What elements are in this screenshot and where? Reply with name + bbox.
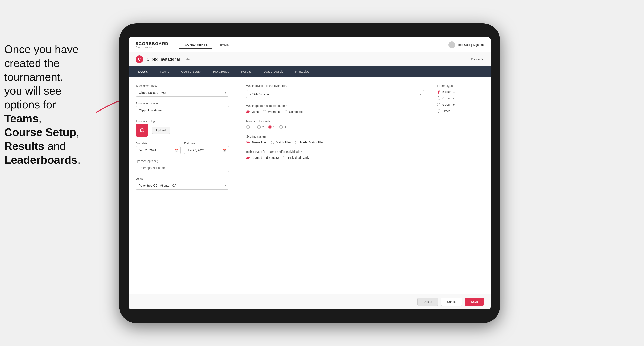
logo-title: SCOREBOARD (136, 41, 168, 46)
rounds-3-label[interactable]: 3 (274, 125, 275, 129)
scoring-stroke-label[interactable]: Stroke Play (251, 141, 267, 144)
rounds-1-label[interactable]: 1 (251, 125, 253, 129)
format-6count4-item: 6 count 4 (437, 97, 484, 100)
rounds-2-radio[interactable] (257, 125, 261, 129)
gender-womens-item: Womens (263, 110, 280, 114)
format-radio-group: 5 count 4 6 count 4 6 count 5 Other (437, 90, 484, 113)
end-date-label: End date (184, 142, 229, 145)
division-section: Which division is the event for? NCAA Di… (246, 84, 424, 98)
nav-teams[interactable]: TEAMS (214, 41, 233, 49)
format-5count4-item: 5 count 4 (437, 90, 484, 94)
gender-mens-label[interactable]: Mens (251, 110, 258, 114)
scoring-match-item: Match Play (271, 141, 291, 144)
tablet-shell: SCOREBOARD Powered by clippd TOURNAMENTS… (119, 23, 500, 323)
start-date-input[interactable] (136, 146, 181, 154)
tournament-logo-group: Tournament logo C Upload (136, 119, 229, 137)
tournament-logo-label: Tournament logo (136, 119, 229, 123)
content-columns: Tournament Host Clippd College - Men Tou… (136, 84, 484, 287)
rounds-1-radio[interactable] (246, 125, 250, 129)
user-info[interactable]: Test User | Sign out (458, 43, 484, 46)
tab-leaderboards[interactable]: Leaderboards (258, 66, 289, 77)
gender-radio-group: Mens Womens Combined (246, 110, 424, 114)
tournament-icon: C (136, 55, 143, 63)
end-date-input[interactable] (184, 146, 229, 154)
user-avatar (448, 41, 455, 48)
save-button[interactable]: Save (465, 298, 484, 306)
tab-printables[interactable]: Printables (289, 66, 316, 77)
tournament-name: Clippd Invitational (147, 57, 180, 62)
format-6count4-radio[interactable] (437, 97, 440, 100)
division-select-wrapper: NCAA Division III (246, 90, 424, 98)
rounds-2-item: 2 (257, 125, 264, 129)
rounds-3-item: 3 (268, 125, 275, 129)
nav-tournaments[interactable]: TOURNAMENTS (178, 41, 212, 49)
scoring-stroke-radio[interactable] (246, 141, 250, 144)
tournament-name-group: Tournament name (136, 102, 229, 114)
teams-plus-individuals-label[interactable]: Teams (+Individuals) (251, 156, 279, 160)
left-column: Tournament Host Clippd College - Men Tou… (136, 84, 238, 287)
format-6count4-label[interactable]: 6 count 4 (442, 97, 455, 100)
format-other-item: Other (437, 109, 484, 113)
tournament-name-label: Tournament name (136, 102, 229, 105)
tournament-host-group: Tournament Host Clippd College - Men (136, 84, 229, 97)
format-5count4-radio[interactable] (437, 90, 440, 94)
gender-combined-item: Combined (284, 110, 303, 114)
tab-teams[interactable]: Teams (154, 66, 175, 77)
delete-button[interactable]: Delete (417, 298, 438, 306)
scoring-medal-match-item: Medal Match Play (295, 141, 324, 144)
rounds-section: Number of rounds 1 2 (246, 119, 424, 129)
scoring-radio-group: Stroke Play Match Play Medal Match Play (246, 141, 424, 144)
scoring-medal-match-label[interactable]: Medal Match Play (300, 141, 324, 144)
rounds-4-radio[interactable] (279, 125, 283, 129)
individuals-only-label[interactable]: Individuals Only (288, 156, 309, 160)
gender-womens-label[interactable]: Womens (268, 110, 280, 114)
tournament-host-select-wrapper: Clippd College - Men (136, 89, 229, 97)
tournament-host-label: Tournament Host (136, 84, 229, 87)
format-6count5-label[interactable]: 6 count 5 (442, 103, 455, 106)
tab-course-setup[interactable]: Course Setup (175, 66, 207, 77)
gender-combined-radio[interactable] (284, 110, 287, 114)
scoring-medal-match-radio[interactable] (295, 141, 298, 144)
tab-details[interactable]: Details (132, 66, 154, 77)
gender-combined-label[interactable]: Combined (289, 110, 303, 114)
venue-select-wrapper: Peachtree GC - Atlanta - GA (136, 181, 229, 189)
scoring-match-radio[interactable] (271, 141, 274, 144)
right-column: Format type 5 count 4 6 count 4 6 cou (433, 84, 484, 287)
scoring-stroke-item: Stroke Play (246, 141, 267, 144)
instruction-text-content: Once you have created the tournament, yo… (4, 43, 80, 166)
tablet-screen: SCOREBOARD Powered by clippd TOURNAMENTS… (129, 37, 490, 309)
cancel-button[interactable]: Cancel (441, 298, 462, 306)
format-6count5-radio[interactable] (437, 103, 440, 106)
tab-bar: Details Teams Course Setup Tee Groups Re… (129, 66, 490, 77)
tournament-host-select[interactable]: Clippd College - Men (136, 89, 229, 97)
teams-plus-individuals-item: Teams (+Individuals) (246, 156, 279, 160)
logo-upload-area: C Upload (136, 124, 229, 137)
scoring-match-label[interactable]: Match Play (276, 141, 291, 144)
teams-radio-group: Teams (+Individuals) Individuals Only (246, 156, 424, 160)
top-nav: SCOREBOARD Powered by clippd TOURNAMENTS… (129, 37, 490, 52)
rounds-radio-group: 1 2 3 4 (246, 125, 424, 129)
format-other-label[interactable]: Other (442, 109, 450, 113)
venue-select[interactable]: Peachtree GC - Atlanta - GA (136, 181, 229, 189)
gender-mens-radio[interactable] (246, 110, 250, 114)
tab-results[interactable]: Results (235, 66, 258, 77)
teams-plus-individuals-radio[interactable] (246, 156, 250, 160)
sponsor-input[interactable] (136, 164, 229, 172)
start-date-wrapper (136, 146, 181, 154)
venue-group: Venue Peachtree GC - Atlanta - GA (136, 177, 229, 189)
teams-label: Is this event for Teams and/or Individua… (246, 150, 424, 154)
format-other-radio[interactable] (437, 109, 440, 113)
format-5count4-label[interactable]: 5 count 4 (442, 90, 455, 94)
tab-tee-groups[interactable]: Tee Groups (207, 66, 235, 77)
tournament-name-input[interactable] (136, 106, 229, 114)
cancel-top-button[interactable]: Cancel ✕ (471, 58, 484, 61)
upload-button[interactable]: Upload (152, 127, 170, 134)
division-select[interactable]: NCAA Division III (246, 90, 424, 98)
rounds-2-label[interactable]: 2 (262, 125, 264, 129)
individuals-only-radio[interactable] (283, 156, 286, 160)
format-label: Format type (437, 84, 484, 88)
logo-subtitle: Powered by clippd (136, 46, 168, 48)
gender-womens-radio[interactable] (263, 110, 266, 114)
rounds-3-radio[interactable] (268, 125, 272, 129)
rounds-4-label[interactable]: 4 (284, 125, 286, 129)
